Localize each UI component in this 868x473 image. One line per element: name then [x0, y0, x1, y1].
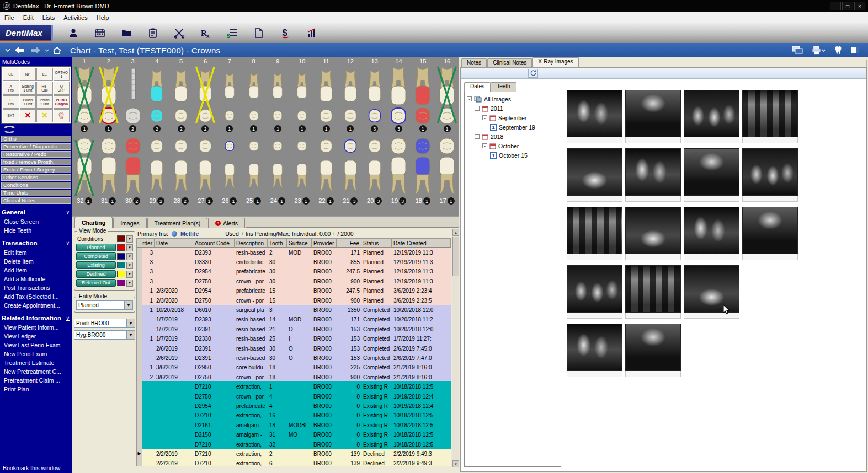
xray-thumbnail[interactable]: [684, 207, 739, 260]
bookmark-window-link[interactable]: Bookmark this window: [3, 465, 60, 471]
category-fixed-remove-prosth[interactable]: fixed / remove Prosth.: [1, 159, 71, 165]
table-row[interactable]: 1/7/2019D2393resin-based14MODBRO00171Com…: [137, 315, 451, 324]
multicode-ce[interactable]: CE: [3, 68, 19, 81]
viewmode-planned-button[interactable]: Planned: [76, 244, 116, 251]
table-row[interactable]: D2161amalgam -18MODBLBRO000Existing R10/…: [137, 420, 451, 429]
column-header-provider[interactable]: Provider: [312, 239, 337, 248]
column-header-surface[interactable]: Surface: [287, 239, 312, 248]
column-header-description[interactable]: Description: [235, 239, 268, 248]
tooth-28[interactable]: 28 2: [169, 137, 193, 205]
tooth-1[interactable]: 1 1: [72, 58, 97, 132]
xray-thumbnail[interactable]: [625, 90, 681, 143]
sidebar-item-new-perio-exam[interactable]: New Perio Exam: [1, 350, 71, 358]
tooth-23[interactable]: 23 1: [290, 137, 314, 205]
tooth-26[interactable]: 26 1: [217, 137, 242, 205]
sidebar-item-edit-item[interactable]: Edit Item: [1, 248, 71, 257]
denture-icon[interactable]: [3, 126, 71, 135]
color-swatch-existing[interactable]: [117, 262, 125, 268]
tooth-15[interactable]: 15 1: [411, 58, 435, 132]
sidebar-item-view-ledger[interactable]: View Ledger: [1, 332, 71, 341]
multicode-re-call[interactable]: Re- Call: [36, 82, 53, 95]
color-swatch-referred-out[interactable]: [117, 280, 125, 286]
tooth-30[interactable]: 30 2: [121, 137, 145, 205]
tooth-21[interactable]: 21 3: [338, 137, 363, 205]
table-row[interactable]: D2150amalgam -31MOBRO000Existing R10/18/…: [137, 429, 451, 439]
tree-collapse-icon[interactable]: -: [482, 143, 487, 148]
viewmode-completed-button[interactable]: Completed: [76, 252, 116, 260]
xray-thumbnail[interactable]: [567, 324, 622, 377]
forward-arrow-icon[interactable]: [29, 46, 41, 55]
xray-thumbnail[interactable]: [567, 148, 622, 202]
tooth-27[interactable]: 27 1: [193, 137, 217, 205]
table-row[interactable]: 12/3/2020D2750crown - por15BRO00900Plann…: [137, 295, 451, 305]
table-row[interactable]: 2/6/2019D2391resin-based30OBRO00153Compl…: [137, 353, 451, 362]
tooth-17[interactable]: 17 1: [435, 137, 459, 205]
print-icon[interactable]: [811, 46, 826, 55]
patient-icon[interactable]: [67, 27, 79, 39]
dropdown-arrow-icon[interactable]: ▾: [126, 280, 133, 287]
xray-thumbnail[interactable]: [684, 265, 739, 319]
color-swatch-completed[interactable]: [117, 253, 125, 260]
xray-image[interactable]: [625, 207, 681, 254]
folder-icon[interactable]: [120, 27, 132, 39]
section-general[interactable]: General∨: [2, 209, 70, 216]
payment-icon[interactable]: $: [279, 27, 291, 39]
xray-image[interactable]: [684, 148, 739, 196]
category-time-units[interactable]: Time Units: [1, 190, 71, 196]
tooth-7[interactable]: 7 1: [217, 58, 242, 132]
category-restorative-pedo[interactable]: Restorative / Pedo: [1, 151, 71, 158]
entry-mode-select[interactable]: Planned ▼: [76, 300, 133, 310]
menu-edit[interactable]: Edit: [19, 13, 38, 22]
back-arrow-icon[interactable]: [14, 46, 26, 55]
multicode-le[interactable]: LE: [36, 68, 53, 81]
category-preventive-diagnostic[interactable]: Preventive / Diagnostic: [1, 143, 71, 150]
xray-image[interactable]: [742, 207, 798, 254]
category-endo-perio-surgery[interactable]: Endo / Perio / Surgery: [1, 166, 71, 173]
dropdown-arrow-icon[interactable]: ▾: [126, 235, 133, 243]
multicode-ortho-1[interactable]: ORTHO 1: [54, 68, 70, 81]
tooth-19[interactable]: 19 3: [387, 137, 411, 205]
sidebar-item-add-a-multicode[interactable]: Add a Multicode: [1, 275, 71, 283]
tooth-8[interactable]: 8 1: [242, 58, 266, 132]
tree-node-september-19[interactable]: 1 September 19: [465, 122, 561, 132]
tree-node-2018[interactable]: - 2018: [465, 132, 561, 141]
dropdown-arrow-icon[interactable]: ▾: [126, 244, 133, 251]
viewmode-referred-out-button[interactable]: Referred Out: [76, 279, 116, 287]
table-row[interactable]: 3D2393resin-based2MODBRO00171Planned12/1…: [137, 248, 451, 257]
sidebar-item-post-transactions[interactable]: Post Transactions: [1, 283, 71, 292]
sidebar-item-close-screen[interactable]: Close Screen: [1, 217, 71, 226]
xray-thumbnail[interactable]: [742, 90, 798, 143]
tab-images[interactable]: Images: [113, 218, 146, 228]
xray-thumbnail[interactable]: [567, 207, 622, 260]
menu-lists[interactable]: Lists: [38, 13, 60, 22]
xray-thumbnail[interactable]: [742, 207, 798, 260]
tree-node-september[interactable]: - September: [465, 113, 561, 122]
table-row[interactable]: 13/6/2019D2950core buildu18BRO00225Compl…: [137, 363, 451, 372]
table-row[interactable]: 2/2/2019D7210extraction,6BRO00139Decline…: [137, 459, 451, 466]
tree-collapse-icon[interactable]: -: [482, 115, 487, 120]
multicode-item[interactable]: [54, 109, 70, 122]
multicode-item[interactable]: ✕: [36, 109, 53, 122]
menu-file[interactable]: File: [0, 13, 19, 22]
multicode-perio-gingiva[interactable]: PERIO Gingiva: [54, 95, 70, 109]
category-conditions[interactable]: Conditions: [1, 182, 71, 189]
table-row[interactable]: D2954prefabricate4BRO000Existing R10/19/…: [137, 401, 451, 410]
sidebar-item-print-plan[interactable]: Print Plan: [1, 385, 71, 394]
refresh-icon[interactable]: [528, 69, 538, 78]
xray-tab-clinical-notes[interactable]: Clinical Notes: [487, 58, 532, 67]
column-header-date[interactable]: Date: [155, 239, 193, 248]
tooth-14[interactable]: 14 3: [387, 58, 411, 132]
sidebar-item-hide-teeth[interactable]: Hide Teeth: [1, 226, 71, 235]
table-row[interactable]: 3D2750crown - por30BRO00900Planned12/19/…: [137, 276, 451, 286]
column-header-fee[interactable]: Fee: [337, 239, 361, 248]
tooth-24[interactable]: 24 1: [266, 137, 290, 205]
xray-image[interactable]: [567, 265, 622, 313]
chevron-down-icon[interactable]: [5, 49, 10, 52]
multicode-c-pro[interactable]: C Pro: [3, 95, 19, 109]
tree-node-october-15[interactable]: 1 October 15: [465, 150, 561, 160]
table-row[interactable]: 3D2954prefabricate30BRO00247.5Planned12/…: [137, 267, 451, 276]
tooth-20[interactable]: 20 3: [363, 137, 387, 205]
maximize-button[interactable]: □: [842, 2, 853, 10]
xray-image[interactable]: [742, 148, 798, 196]
viewmode-declined-button[interactable]: Declined: [76, 270, 116, 278]
